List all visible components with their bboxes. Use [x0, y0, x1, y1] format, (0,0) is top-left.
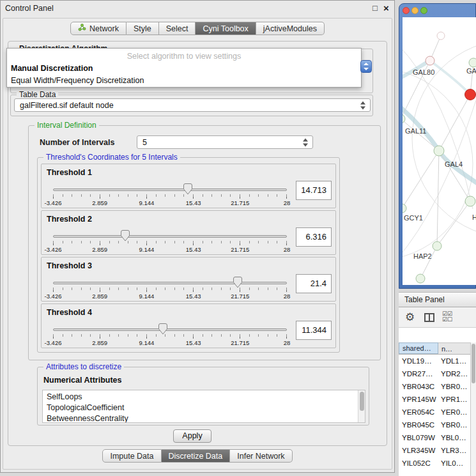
slider-handle[interactable]	[183, 183, 192, 195]
table-columns-icon[interactable]	[424, 313, 434, 325]
table-cell[interactable]: YPR145W	[399, 395, 438, 403]
node[interactable]	[416, 274, 425, 283]
slider-handle[interactable]	[121, 230, 130, 242]
slider-track[interactable]	[53, 282, 287, 284]
table-cell[interactable]: YBR043C	[399, 383, 438, 390]
scrollbar-thumb[interactable]	[360, 392, 364, 411]
tab-network[interactable]: Network	[70, 22, 127, 35]
table-row[interactable]: YDR27…YDR2…	[399, 367, 470, 380]
node-selected-red[interactable]	[465, 89, 476, 100]
tab-infer-network[interactable]: Infer Network	[230, 449, 292, 463]
node[interactable]	[465, 196, 475, 206]
threshold-value-field[interactable]: 21.4	[296, 274, 332, 293]
table-row[interactable]: YBL079WYBL0…	[399, 431, 470, 444]
table-cell[interactable]: YIL0…	[438, 459, 470, 467]
algorithm-combo-stepper[interactable]	[360, 60, 372, 73]
threshold-label: Threshold 2	[47, 215, 92, 224]
table-row[interactable]: YBR043CYBR0…	[399, 380, 470, 393]
table-cell[interactable]: YBR0…	[438, 383, 470, 390]
dropdown-option[interactable]: Manual Discretization	[7, 63, 361, 75]
num-intervals-select[interactable]: 5	[137, 135, 313, 149]
apply-button[interactable]: Apply	[173, 429, 211, 443]
node-gal80[interactable]	[426, 56, 434, 65]
threshold-slider[interactable]: -3.4262.8599.14415.4321.71528	[53, 327, 287, 348]
table-cell[interactable]: YBR0…	[438, 421, 470, 429]
tab-label: Select	[166, 24, 188, 33]
table-cell[interactable]: YER0…	[438, 408, 470, 416]
slider-handle[interactable]	[233, 277, 242, 288]
table-data-select[interactable]: galFiltered.sif default node	[14, 98, 371, 112]
slider-track[interactable]	[53, 235, 287, 238]
stepper-icon	[360, 101, 366, 109]
network-canvas[interactable]: GAL80 GA GAL11 GAL4 GCY1 H HAP2	[403, 17, 476, 285]
table-panel-toolbar: ⚙ ☑☑☑☐	[399, 307, 476, 328]
threshold-slider[interactable]: -3.4262.8599.14415.4321.71528	[53, 187, 287, 208]
table-cell[interactable]: YPR1…	[438, 395, 470, 403]
list-item[interactable]: BetweennessCentrality	[47, 413, 365, 423]
tick-label: 15.43	[186, 246, 201, 253]
mac-minimize-button[interactable]	[411, 7, 418, 14]
attributes-scrollbar[interactable]	[358, 390, 365, 422]
list-item[interactable]: SelfLoops	[47, 392, 365, 403]
threshold-slider[interactable]: -3.4262.8599.14415.4321.71528	[53, 280, 287, 301]
node-gal4[interactable]	[434, 146, 444, 156]
mac-zoom-button[interactable]	[420, 7, 427, 14]
node[interactable]	[469, 58, 476, 67]
table-cell[interactable]: YDL19…	[399, 357, 438, 365]
gear-icon[interactable]: ⚙	[405, 311, 415, 324]
slider-track[interactable]	[53, 328, 287, 331]
threshold-value-field[interactable]: 11.344	[296, 321, 332, 340]
attributes-list: SelfLoopsTopologicalCoefficientBetweenne…	[42, 390, 365, 423]
float-window-icon[interactable]: □	[372, 3, 378, 13]
tab-discretize-data[interactable]: Discretize Data	[162, 449, 231, 463]
tick-label: 28	[284, 339, 291, 346]
table-cell[interactable]: YBL079W	[399, 434, 438, 441]
slider-track[interactable]	[53, 188, 287, 191]
table-row[interactable]: YIL052CYIL0…	[399, 457, 470, 470]
tab-cyni-toolbox[interactable]: Cyni Toolbox	[196, 22, 256, 35]
top-tab-strip: Network Style Select Cyni Toolbox jActiv…	[0, 22, 395, 35]
table-scrollbar[interactable]	[470, 342, 476, 476]
threshold-value-field[interactable]: 14.713	[296, 181, 332, 200]
table-cell[interactable]: YER054C	[399, 408, 438, 416]
mac-close-button[interactable]	[403, 7, 410, 14]
table-cell[interactable]: YDR2…	[438, 370, 470, 378]
scrollbar-thumb[interactable]	[472, 344, 475, 383]
node-hap2[interactable]	[433, 242, 441, 250]
slider-handle[interactable]	[158, 323, 167, 335]
table-row[interactable]: YDL19…YDL1…	[399, 355, 470, 367]
table-row[interactable]: YPR145WYPR1…	[399, 393, 470, 406]
table-cell[interactable]: YBL0…	[438, 434, 470, 441]
table-cell[interactable]: YBR045C	[399, 421, 438, 429]
dropdown-option[interactable]: Equal Width/Frequency Discretization	[7, 75, 361, 87]
table-row[interactable]: YBR045CYBR0…	[399, 418, 470, 431]
table-cell[interactable]: YIL052C	[399, 459, 438, 467]
node-label: H	[472, 213, 476, 221]
tab-impute-data[interactable]: Impute Data	[102, 449, 161, 463]
table-cell[interactable]: YLR3…	[438, 447, 470, 454]
tab-style[interactable]: Style	[127, 22, 159, 35]
column-header[interactable]: shared…	[399, 342, 438, 354]
tab-select[interactable]: Select	[159, 22, 196, 35]
tick-label: 21.715	[231, 339, 249, 346]
stepper-icon	[303, 138, 309, 146]
node-gcy1[interactable]	[403, 204, 406, 213]
table-cell[interactable]: YLR345W	[399, 447, 438, 454]
threshold-slider[interactable]: -3.4262.8599.14415.4321.71528	[53, 234, 287, 254]
table-row[interactable]: YLR345WYLR3…	[399, 444, 470, 457]
slider-ticks	[53, 241, 287, 243]
slider-ticks	[53, 334, 287, 337]
select-rows-icon[interactable]: ☑☑☑☐	[442, 311, 452, 323]
table-cell[interactable]: YDR27…	[399, 370, 438, 378]
table-row[interactable]: YER054CYER0…	[399, 406, 470, 418]
threshold-label: Threshold 4	[47, 308, 92, 317]
column-header[interactable]: n…	[438, 342, 470, 354]
tab-label: jActiveModules	[263, 24, 317, 33]
tick-label: -3.426	[45, 246, 62, 253]
node[interactable]	[437, 32, 445, 40]
list-item[interactable]: TopologicalCoefficient	[47, 403, 365, 413]
threshold-value-field[interactable]: 6.316	[296, 227, 332, 247]
table-cell[interactable]: YDL1…	[438, 357, 470, 365]
tab-jactivemodules[interactable]: jActiveModules	[256, 22, 325, 35]
close-icon[interactable]: ×	[383, 3, 389, 13]
